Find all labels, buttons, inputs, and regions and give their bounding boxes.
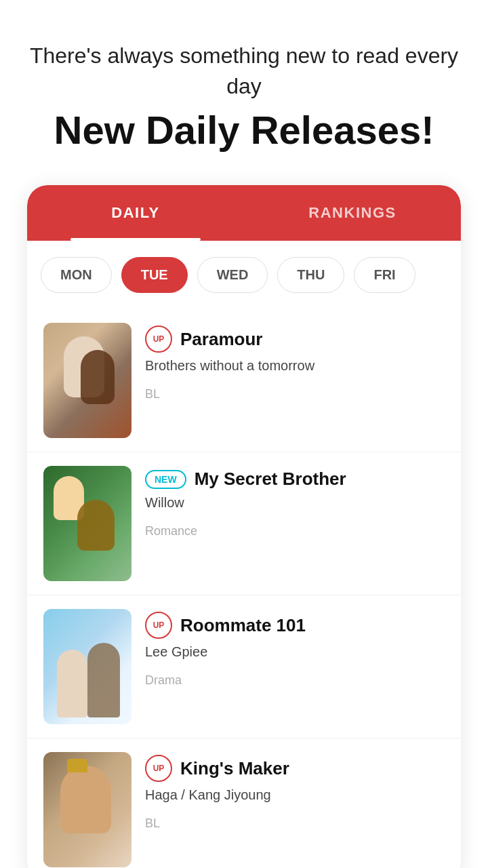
comic-author-my-secret-brother: Willow (145, 495, 445, 511)
comic-cover-my-secret-brother (43, 466, 131, 581)
day-tue[interactable]: TUE (121, 257, 188, 293)
comic-item-roommate-101[interactable]: UP Roommate 101 Lee Gpiee Drama (27, 595, 461, 738)
badge-new-my-secret-brother: NEW (145, 470, 186, 489)
comic-info-my-secret-brother: NEW My Secret Brother Willow Romance (145, 466, 445, 538)
comic-title-row-kings-maker: UP King's Maker (145, 755, 445, 782)
comic-title-row-paramour: UP Paramour (145, 326, 445, 353)
comic-cover-roommate-101 (43, 609, 131, 724)
comic-title-roommate-101: Roommate 101 (180, 615, 306, 636)
day-thu[interactable]: THU (277, 257, 344, 293)
comic-info-kings-maker: UP King's Maker Haga / Kang Jiyoung BL (145, 752, 445, 831)
badge-up-kings-maker: UP (145, 755, 172, 782)
comic-genre-my-secret-brother: Romance (145, 524, 445, 538)
badge-up-paramour: UP (145, 326, 172, 353)
comic-title-paramour: Paramour (180, 329, 262, 350)
comic-author-kings-maker: Haga / Kang Jiyoung (145, 787, 445, 803)
day-fri[interactable]: FRI (354, 257, 415, 293)
comic-info-paramour: UP Paramour Brothers without a tomorrow … (145, 323, 445, 401)
comic-item-kings-maker[interactable]: UP King's Maker Haga / Kang Jiyoung BL (27, 738, 461, 868)
header-subtitle: There's always something new to read eve… (27, 41, 461, 102)
comic-author-roommate-101: Lee Gpiee (145, 644, 445, 660)
comic-genre-roommate-101: Drama (145, 673, 445, 688)
comic-genre-paramour: BL (145, 387, 445, 401)
comic-title-kings-maker: King's Maker (180, 758, 289, 779)
comic-title-my-secret-brother: My Secret Brother (195, 469, 346, 490)
days-row: MON TUE WED THU FRI (27, 241, 461, 309)
comic-info-roommate-101: UP Roommate 101 Lee Gpiee Drama (145, 609, 445, 688)
header-section: There's always something new to read eve… (0, 0, 488, 172)
badge-up-roommate-101: UP (145, 612, 172, 639)
comic-item-my-secret-brother[interactable]: NEW My Secret Brother Willow Romance (27, 452, 461, 595)
comic-title-row-my-secret-brother: NEW My Secret Brother (145, 469, 445, 490)
comic-genre-kings-maker: BL (145, 816, 445, 831)
comic-item-paramour[interactable]: UP Paramour Brothers without a tomorrow … (27, 309, 461, 452)
day-wed[interactable]: WED (197, 257, 268, 293)
card-container: DAILY RANKINGS MON TUE WED THU FRI UP Pa… (27, 185, 461, 868)
tab-daily[interactable]: DAILY (27, 185, 244, 241)
comic-cover-kings-maker (43, 752, 131, 867)
tab-rankings[interactable]: RANKINGS (244, 185, 461, 241)
comic-author-paramour: Brothers without a tomorrow (145, 358, 445, 374)
tabs-row: DAILY RANKINGS (27, 185, 461, 241)
comic-title-row-roommate-101: UP Roommate 101 (145, 612, 445, 639)
day-mon[interactable]: MON (41, 257, 112, 293)
comic-cover-paramour (43, 323, 131, 438)
comic-list: UP Paramour Brothers without a tomorrow … (27, 309, 461, 868)
header-title: New Daily Releases! (27, 108, 461, 152)
